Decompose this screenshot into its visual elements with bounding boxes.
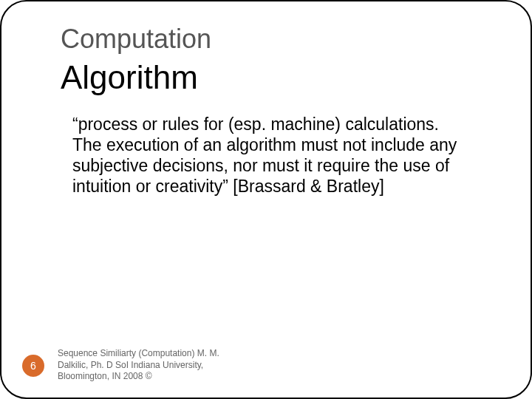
page-number-badge: 6: [22, 355, 44, 377]
slide-footer: 6 Sequence Similiarty (Computation) M. M…: [22, 348, 250, 383]
definition-text: “process or rules for (esp. machine) cal…: [72, 114, 471, 197]
slide-title: Computation: [61, 24, 494, 55]
slide-frame: Computation Algorithm “process or rules …: [0, 0, 532, 399]
footer-attribution: Sequence Similiarty (Computation) M. M. …: [58, 348, 250, 383]
slide-subtitle: Algorithm: [61, 59, 494, 96]
